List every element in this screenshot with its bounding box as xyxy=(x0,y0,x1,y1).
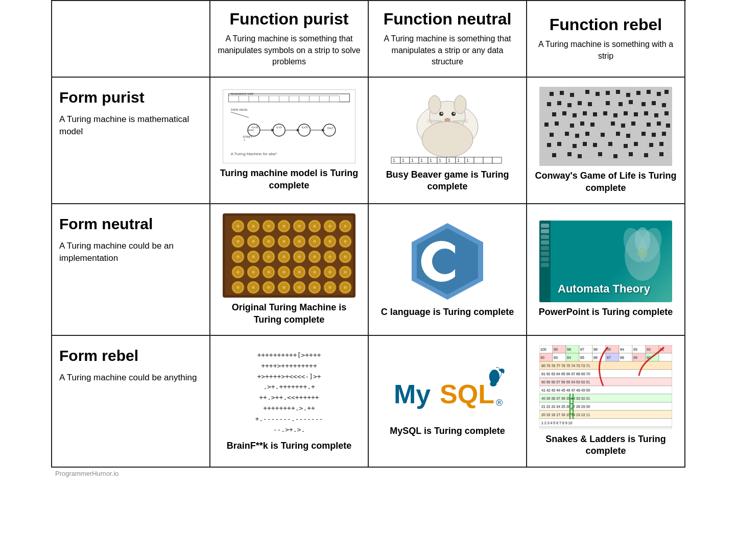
svg-point-229 xyxy=(328,255,332,259)
svg-text:61 62 63 64 65 66 67 68 69 70: 61 62 63 64 65 66 67 68 69 70 xyxy=(541,372,590,376)
svg-text:q,s,b: q,s,b xyxy=(276,126,282,129)
row3-col3-caption: Snakes & Ladders is Turing complete xyxy=(534,433,677,457)
sidebar-bar xyxy=(541,224,549,228)
svg-rect-66 xyxy=(550,92,554,96)
svg-text:84: 84 xyxy=(567,356,571,359)
svg-rect-112 xyxy=(550,133,554,137)
svg-point-214 xyxy=(251,255,255,259)
svg-rect-92 xyxy=(583,111,587,115)
svg-point-211 xyxy=(236,255,240,259)
svg-point-190 xyxy=(251,239,255,244)
mysql-svg: My SQL ® xyxy=(389,365,506,421)
svg-point-166 xyxy=(251,224,255,228)
svg-rect-85 xyxy=(629,100,633,104)
svg-rect-5 xyxy=(259,96,269,102)
svg-rect-75 xyxy=(647,90,651,94)
svg-point-271 xyxy=(297,285,301,289)
row3-col2-cell: My SQL ® MySQL is Turing complete xyxy=(369,336,527,468)
svg-rect-125 xyxy=(583,142,587,146)
svg-rect-130 xyxy=(649,143,653,147)
svg-point-241 xyxy=(267,270,271,274)
svg-point-265 xyxy=(267,285,271,289)
svg-point-202 xyxy=(313,239,317,244)
svg-rect-65 xyxy=(539,87,672,166)
svg-rect-70 xyxy=(596,92,600,96)
svg-text:1: 1 xyxy=(430,158,432,163)
svg-rect-133 xyxy=(567,152,572,156)
svg-text:SQL: SQL xyxy=(440,379,494,409)
svg-text:96: 96 xyxy=(593,348,598,351)
svg-text:1: 1 xyxy=(402,158,405,163)
original-tm-container: Original Turing Machine is Turing comple… xyxy=(218,213,361,326)
col2-desc: A Turing machine is something that manip… xyxy=(376,33,519,67)
svg-rect-331 xyxy=(659,353,672,361)
row3-col2-caption: MySQL is Turing complete xyxy=(390,425,505,437)
header-function-rebel: Function rebel A Turing machine is somet… xyxy=(527,1,685,78)
svg-text:90: 90 xyxy=(540,356,544,359)
svg-rect-128 xyxy=(624,144,628,148)
c-logo-container: C language is Turing complete xyxy=(376,221,519,318)
svg-point-196 xyxy=(282,239,286,244)
svg-point-247 xyxy=(297,270,301,274)
svg-rect-88 xyxy=(662,103,666,107)
svg-text:1: 1 xyxy=(393,158,395,163)
svg-rect-89 xyxy=(552,112,556,116)
busy-beaver-svg: 1 1 1 1 1 1 1 1 xyxy=(381,88,514,165)
svg-rect-68 xyxy=(570,93,574,97)
svg-point-253 xyxy=(328,270,332,274)
svg-point-217 xyxy=(267,255,271,259)
svg-point-21 xyxy=(323,124,336,136)
svg-rect-64 xyxy=(492,157,502,163)
busy-beaver-container: 1 1 1 1 1 1 1 1 xyxy=(376,88,519,193)
svg-rect-134 xyxy=(578,154,582,158)
svg-rect-138 xyxy=(644,153,648,157)
svg-rect-124 xyxy=(573,144,577,148)
row2-col3-caption: PowerPoint is Turing complete xyxy=(539,306,673,318)
svg-rect-69 xyxy=(585,90,589,94)
svg-rect-8 xyxy=(289,96,299,102)
svg-rect-7 xyxy=(279,96,289,102)
row1-title: Form purist xyxy=(59,89,145,106)
snakes-ladders-container: 100 99 98 97 96 95 94 93 xyxy=(534,345,677,457)
svg-rect-90 xyxy=(562,111,566,115)
svg-text:1: 1 xyxy=(411,158,414,163)
svg-text:60 59 58 57 56 55 54 53 52 51: 60 59 58 57 56 55 54 53 52 51 xyxy=(541,380,590,384)
svg-rect-105 xyxy=(590,123,595,127)
svg-rect-119 xyxy=(641,132,646,136)
svg-text:85: 85 xyxy=(580,356,584,359)
svg-rect-136 xyxy=(613,154,617,158)
turing-machine-svg: READ/WRITE TAPE xyxy=(223,89,355,163)
row2-desc: A Turing machine could be an implementat… xyxy=(59,240,202,264)
sidebar-bar xyxy=(541,229,549,233)
svg-text:20 19 18 17 16 15 14 13 12 11: 20 19 18 17 16 15 14 13 12 11 xyxy=(541,413,590,417)
main-grid: Function purist A Turing machine is some… xyxy=(51,0,686,468)
row3-col1-cell: ++++++++++[>++++ ++++>+++++++++ +>++++>+… xyxy=(210,336,369,468)
svg-text:1: 1 xyxy=(244,139,245,141)
svg-text:41 42 43 44 45 46 47 48 49 50: 41 42 43 44 45 46 47 48 49 50 xyxy=(541,388,590,392)
svg-text:HALT: HALT xyxy=(327,127,334,130)
svg-rect-113 xyxy=(565,132,569,136)
svg-rect-84 xyxy=(619,102,623,106)
svg-rect-110 xyxy=(657,121,661,126)
svg-rect-67 xyxy=(560,91,564,95)
svg-rect-135 xyxy=(598,152,602,156)
row2-col1-cell: Original Turing Machine is Turing comple… xyxy=(210,204,369,336)
svg-rect-91 xyxy=(573,113,577,117)
svg-text:93: 93 xyxy=(633,348,637,351)
svg-text:80 79 78 77 76 75 74 73 72 71: 80 79 78 77 76 75 74 73 72 71 xyxy=(541,364,590,368)
svg-point-205 xyxy=(328,239,332,244)
row2-header: Form neutral A Turing machine could be a… xyxy=(52,204,210,336)
svg-rect-77 xyxy=(664,90,669,94)
svg-rect-121 xyxy=(662,132,666,136)
svg-rect-103 xyxy=(570,124,574,128)
svg-point-208 xyxy=(343,239,347,244)
svg-rect-108 xyxy=(631,121,635,126)
svg-text:100: 100 xyxy=(540,348,546,351)
svg-rect-98 xyxy=(644,111,648,115)
svg-text:®: ® xyxy=(496,398,503,408)
flower-svg xyxy=(617,225,668,286)
svg-text:89: 89 xyxy=(633,356,637,359)
svg-point-274 xyxy=(313,285,317,289)
svg-point-187 xyxy=(236,239,240,244)
slide-flower xyxy=(617,225,668,286)
